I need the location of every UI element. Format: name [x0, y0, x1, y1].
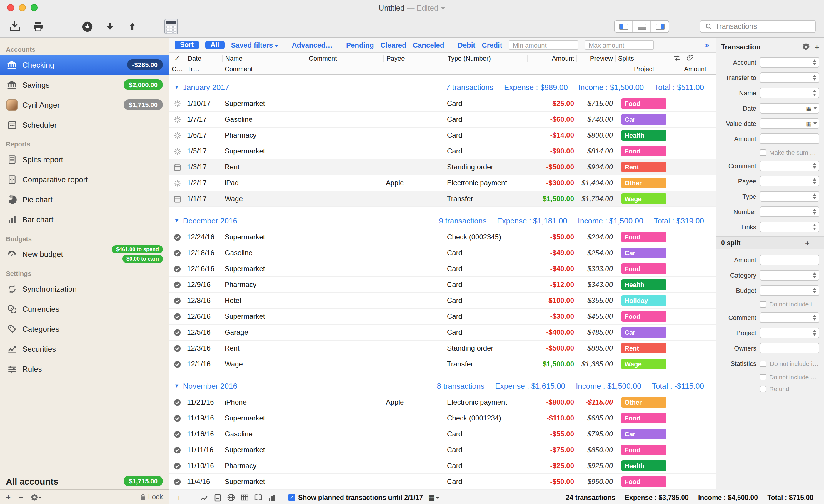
value-date-field[interactable]: ▦	[760, 118, 819, 129]
book-icon[interactable]	[254, 493, 262, 501]
sidebar-item-savings[interactable]: Savings$2,000.00	[0, 75, 169, 95]
do-not-include-checkbox[interactable]: Do not include in…	[760, 300, 819, 308]
column-splits[interactable]: Splits	[615, 55, 666, 62]
title-chevron-icon[interactable]	[441, 7, 445, 9]
type-combobox[interactable]	[760, 191, 819, 202]
max-amount-input[interactable]	[585, 40, 654, 50]
filter-cleared[interactable]: Cleared	[381, 41, 406, 49]
make-sum-checkbox[interactable]: Make the sum of…	[760, 148, 819, 157]
lock-button[interactable]: Lock	[140, 493, 163, 501]
transaction-row[interactable]: 1/2/17 iPad Apple Electronic payment -$3…	[170, 175, 716, 191]
transaction-row[interactable]: 12/16/16 Supermarket Card -$40.00 $303.0…	[170, 261, 716, 277]
transaction-row[interactable]: 1/3/17 Rent Standing order -$500.00 $904…	[170, 160, 716, 175]
column-comment-sub[interactable]: Comment	[222, 65, 306, 72]
checkbox-icon[interactable]	[760, 360, 766, 367]
search-field[interactable]: Transactions	[700, 20, 816, 33]
payee-combobox[interactable]	[760, 176, 819, 186]
calendar-menu-button[interactable]: ▦	[428, 493, 439, 501]
add-account-button[interactable]: +	[6, 492, 11, 502]
transfer-icon[interactable]	[674, 55, 681, 62]
month-header[interactable]: ▼ November 2016 8 transactions Expense :…	[170, 377, 716, 395]
more-filters-chevron[interactable]: »	[705, 40, 711, 49]
column-comment[interactable]: Comment	[306, 55, 384, 62]
transaction-row[interactable]: 11/21/16 iPhone Apple Electronic payment…	[170, 395, 716, 410]
collapse-triangle-icon[interactable]: ▼	[174, 84, 179, 90]
transaction-row[interactable]: 12/8/16 Hotel Card -$100.00 $355.00 Holi…	[170, 293, 716, 309]
column-amount[interactable]: Amount	[527, 55, 577, 62]
month-header[interactable]: ▼ December 2016 9 transactions Expense :…	[170, 212, 716, 229]
column-date[interactable]: Date	[185, 55, 222, 62]
sidebar-item-splits-report[interactable]: Splits report	[0, 149, 169, 169]
transaction-row[interactable]: 11/10/16 Pharmacy Card -$25.00 $925.00 H…	[170, 458, 716, 474]
column-split-amount[interactable]: Amount	[666, 65, 716, 72]
download-circle-button[interactable]	[81, 20, 94, 33]
transaction-row[interactable]: 11/16/16 Gasoline Card -$55.00 $795.00 C…	[170, 426, 716, 442]
transaction-row[interactable]: 12/5/16 Garage Card -$400.00 $485.00 Car	[170, 325, 716, 340]
saved-filters-dropdown[interactable]: Saved filters	[231, 41, 278, 49]
transaction-row[interactable]: 12/3/16 Rent Standing order -$500.00 $88…	[170, 340, 716, 357]
remove-transaction-button[interactable]: −	[188, 493, 195, 502]
inspector-settings-button[interactable]	[802, 42, 810, 52]
filter-all-button[interactable]: All	[205, 40, 224, 49]
sidebar-item-cyril-anger[interactable]: Cyril Anger$1,715.00	[0, 95, 169, 115]
transaction-row[interactable]: 12/9/16 Pharmacy Card -$12.00 $343.00 He…	[170, 277, 716, 293]
transaction-row[interactable]: 11/11/16 Supermarket Card -$75.00 $850.0…	[170, 442, 716, 458]
toggle-sidebar-button[interactable]	[615, 21, 632, 32]
filter-debit[interactable]: Debit	[457, 41, 475, 49]
show-planned-checkbox[interactable]: ✓ Show planned transactions until 2/1/17	[288, 494, 423, 501]
move-up-button[interactable]	[126, 21, 138, 32]
transaction-row[interactable]: 1/5/17 Supermarket Card -$90.00 $814.00 …	[170, 143, 716, 160]
min-amount-input[interactable]	[509, 40, 578, 50]
sidebar-item-new-budget[interactable]: New budget$461.00 to spend$0.00 to earn	[0, 244, 169, 264]
split-comment-combobox[interactable]	[760, 312, 819, 323]
column-type[interactable]: Type (Number)	[445, 55, 527, 62]
filter-pending[interactable]: Pending	[346, 41, 374, 49]
filter-canceled[interactable]: Canceled	[413, 41, 444, 49]
sidebar-item-pie-chart[interactable]: Pie chart	[0, 189, 169, 209]
sidebar-item-scheduler[interactable]: Scheduler	[0, 115, 169, 135]
budget-stepper[interactable]	[760, 285, 819, 296]
collapse-triangle-icon[interactable]: ▼	[174, 383, 179, 389]
column-project[interactable]: Project	[615, 65, 666, 72]
account-stepper[interactable]	[760, 57, 819, 68]
stat-checkbox-2[interactable]: Do not include w…	[760, 373, 819, 381]
comment-combobox[interactable]	[760, 161, 819, 171]
collapse-triangle-icon[interactable]: ▼	[174, 218, 179, 223]
column-preview[interactable]: Preview	[577, 55, 615, 62]
sort-button[interactable]: Sort	[175, 40, 199, 49]
split-amount-input[interactable]	[760, 255, 819, 265]
toggle-inspector-button[interactable]	[650, 21, 669, 32]
sidebar-item-bar-chart[interactable]: Bar chart	[0, 209, 169, 229]
date-field[interactable]: ▦	[760, 103, 819, 113]
transaction-row[interactable]: 1/1/17 Wage Transfer $1,500.00 $1,704.00…	[170, 191, 716, 207]
month-header[interactable]: ▼ January 2017 7 transactions Expense : …	[170, 78, 716, 96]
sidebar-item-securities[interactable]: Securities	[0, 339, 169, 359]
add-split-button[interactable]: +	[805, 238, 810, 247]
remove-account-button[interactable]: −	[18, 492, 23, 502]
column-status[interactable]: ✓	[170, 55, 185, 62]
sidebar-item-currencies[interactable]: Currencies	[0, 299, 169, 319]
action-menu-button[interactable]	[31, 493, 42, 501]
bar-chart-icon[interactable]	[268, 493, 276, 501]
transaction-row[interactable]: 12/24/16 Supermarket Check (0002345) -$5…	[170, 229, 716, 245]
sidebar-item-rules[interactable]: Rules	[0, 359, 169, 379]
project-combobox[interactable]	[760, 327, 819, 338]
remove-split-button[interactable]: −	[815, 238, 819, 247]
refund-checkbox[interactable]: Refund	[760, 385, 819, 393]
transaction-row[interactable]: 11/19/16 Supermarket Check (0001234) -$1…	[170, 410, 716, 426]
column-name[interactable]: Name	[222, 55, 306, 62]
sidebar-item-checking[interactable]: Checking-$285.00	[0, 55, 169, 75]
name-combobox[interactable]	[760, 88, 819, 98]
all-accounts-row[interactable]: All accounts $1,715.00	[0, 476, 169, 486]
transaction-row[interactable]: 11/4/16 Supermarket Card -$50.00 $950.00…	[170, 474, 716, 490]
transaction-row[interactable]: 12/6/16 Supermarket Card -$30.00 $455.00…	[170, 309, 716, 325]
transaction-row[interactable]: 1/10/17 Supermarket Card -$25.00 $715.00…	[170, 96, 716, 112]
sidebar-item-categories[interactable]: Categories	[0, 319, 169, 339]
toggle-bottombar-button[interactable]	[632, 21, 650, 32]
filter-credit[interactable]: Credit	[482, 41, 502, 49]
transaction-row[interactable]: 1/7/17 Gasoline Card -$60.00 $740.00 Car	[170, 112, 716, 128]
globe-icon[interactable]	[227, 493, 235, 501]
transfer-to-stepper[interactable]	[760, 72, 819, 83]
column-tr[interactable]: Tr…	[185, 65, 222, 72]
attachment-icon[interactable]	[687, 55, 694, 62]
